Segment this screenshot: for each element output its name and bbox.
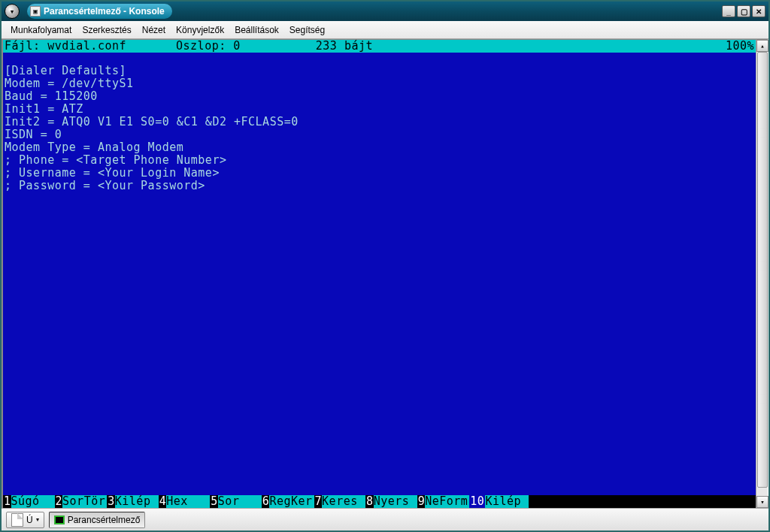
status-column: Oszlop: 0 (176, 40, 241, 53)
file-line: ISDN = 0 (5, 128, 756, 141)
maximize-button[interactable]: ▢ (737, 5, 750, 17)
file-line: ; Username = <Your Login Name> (5, 167, 756, 180)
file-line: Init1 = ATZ (5, 103, 756, 116)
new-tab-label: Ú (26, 515, 33, 525)
fn-5[interactable]: 5Sor (210, 495, 262, 508)
scrollbar[interactable]: ▴ ▾ (756, 40, 768, 508)
tab-label: Parancsértelmező (68, 515, 141, 525)
konsole-icon: ▣ (30, 6, 41, 17)
status-percent: 100% (726, 40, 754, 53)
menu-beallitasok[interactable]: Beállítások (230, 23, 283, 37)
app-window: ▾ ▣ Parancsértelmező - Konsole _ ▢ ✕ Mun… (0, 0, 770, 532)
menu-konyvjelzok[interactable]: Könyvjelzők (171, 23, 229, 37)
fn-4[interactable]: 4Hex (159, 495, 211, 508)
fnkey-row: 1Súgó 2SorTör 3Kilép 4Hex 5Sor 6RegKer 7… (3, 495, 756, 508)
window-controls: _ ▢ ✕ (722, 5, 765, 17)
new-tab-button[interactable]: Ú ▾ (6, 512, 44, 528)
fn-8[interactable]: 8Nyers (365, 495, 417, 508)
fn-10[interactable]: 10Kilép (469, 495, 529, 508)
terminal[interactable]: Fájl: wvdial.conf Oszlop: 0 233 bájt 100… (3, 40, 756, 508)
close-button[interactable]: ✕ (752, 5, 765, 17)
title-wrap: ▣ Parancsértelmező - Konsole (27, 4, 172, 19)
file-line: Init2 = ATQ0 V1 E1 S0=0 &C1 &D2 +FCLASS=… (5, 116, 756, 128)
fn-7[interactable]: 7Keres (314, 495, 366, 508)
file-line: Modem Type = Analog Modem (5, 141, 756, 154)
terminal-icon (54, 515, 65, 524)
file-line: ; Password = <Your Password> (5, 180, 756, 192)
menubar: Munkafolyamat Szerkesztés Nézet Könyvjel… (2, 21, 768, 39)
minimize-button[interactable]: _ (722, 5, 735, 17)
file-line: ; Phone = <Target Phone Number> (5, 154, 756, 167)
menu-segitseg[interactable]: Segítség (285, 23, 329, 37)
scroll-up-button[interactable]: ▴ (756, 40, 768, 52)
fn-1[interactable]: 1Súgó (3, 495, 55, 508)
dropdown-arrow-icon: ▾ (36, 516, 39, 523)
window-menu-button[interactable]: ▾ (5, 4, 20, 19)
fn-9[interactable]: 9NeForm (417, 495, 470, 508)
content-area: Fájl: wvdial.conf Oszlop: 0 233 bájt 100… (2, 39, 768, 508)
fn-3[interactable]: 3Kilép (107, 495, 159, 508)
menu-szerkesztes[interactable]: Szerkesztés (77, 23, 135, 37)
scroll-down-button[interactable]: ▾ (756, 496, 768, 508)
tab-parancsertelmezo[interactable]: Parancsértelmező (49, 512, 146, 528)
editor-body[interactable]: [Dialer Defaults] Modem = /dev/ttyS1 Bau… (3, 53, 756, 495)
file-line: Baud = 115200 (5, 90, 756, 103)
fn-2[interactable]: 2SorTör (55, 495, 108, 508)
status-file: Fájl: wvdial.conf (5, 40, 126, 53)
file-line: [Dialer Defaults] (5, 65, 756, 77)
file-line: Modem = /dev/ttyS1 (5, 77, 756, 90)
menu-munkafolyamat[interactable]: Munkafolyamat (6, 23, 76, 37)
fn-6[interactable]: 6RegKer (262, 495, 314, 508)
window-title: Parancsértelmező - Konsole (44, 6, 165, 17)
editor-statusbar: Fájl: wvdial.conf Oszlop: 0 233 bájt 100… (3, 40, 756, 53)
titlebar[interactable]: ▾ ▣ Parancsértelmező - Konsole _ ▢ ✕ (2, 2, 768, 21)
scroll-thumb[interactable] (757, 52, 768, 488)
document-icon (11, 513, 23, 527)
bottombar: Ú ▾ Parancsértelmező (2, 508, 768, 530)
menu-nezet[interactable]: Nézet (138, 23, 170, 37)
status-bytes: 233 bájt (316, 40, 373, 53)
